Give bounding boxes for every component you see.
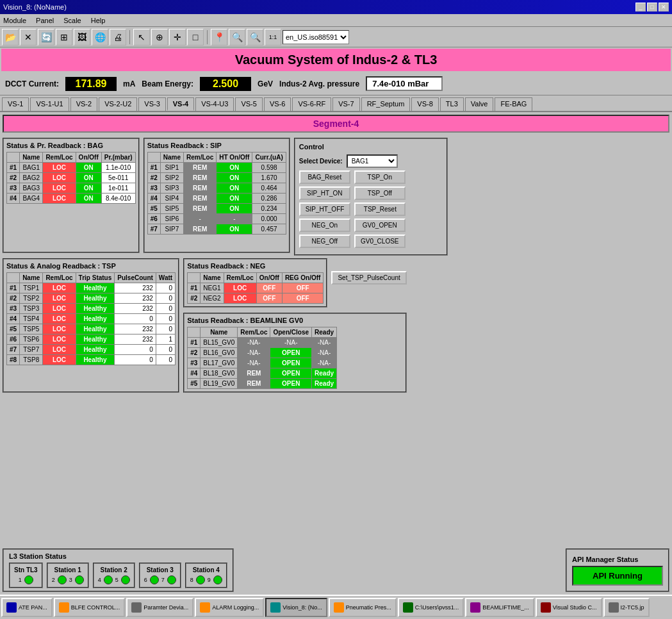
sip-ht-off-button[interactable]: SIP_HT_OFF xyxy=(299,202,351,216)
row-num: #5 xyxy=(7,324,20,334)
station-leds: 67 xyxy=(144,575,176,584)
tab-vs8[interactable]: VS-8 xyxy=(411,97,438,111)
tab-vs3[interactable]: VS-3 xyxy=(138,97,165,111)
sip-curr: 1.670 xyxy=(252,173,286,183)
bag-reset-button[interactable]: BAG_Reset xyxy=(299,170,350,184)
tab-vs5[interactable]: VS-5 xyxy=(235,97,262,111)
open-button[interactable]: 📂 xyxy=(2,29,19,45)
neg-off-button[interactable]: NEG_Off xyxy=(299,235,350,248)
close-button[interactable]: ✕ xyxy=(659,3,669,12)
taskbar-button[interactable]: ALARM Logging... xyxy=(195,598,264,617)
gv0-openclose: OPEN xyxy=(270,358,312,368)
taskbar-button[interactable]: BLFE CONTROL... xyxy=(54,598,126,617)
menu-scale[interactable]: Scale xyxy=(63,17,81,24)
tab-vs1u1[interactable]: VS-1-U1 xyxy=(30,97,69,111)
bag-pressure: 1.1e-010 xyxy=(101,163,135,173)
toolbar-separator-2 xyxy=(207,30,208,44)
taskbar-button[interactable]: Vision_8: (No... xyxy=(265,598,327,617)
taskbar-icon xyxy=(334,602,344,613)
tsp-trip: Healthy xyxy=(76,283,115,293)
taskbar-button[interactable]: Paramter Devia... xyxy=(126,598,193,617)
taskbar-button[interactable]: BEAMLIFTIME_... xyxy=(465,598,534,617)
tab-rf-septum[interactable]: RF_Septum xyxy=(361,97,411,111)
table-row: #6 TSP6 LOC Healthy 232 1 xyxy=(7,334,176,345)
zoom-reset-button[interactable]: 1:1 xyxy=(265,29,281,45)
menu-module[interactable]: Module xyxy=(3,17,26,24)
sip-col-remloc: Rem/Loc xyxy=(184,153,217,163)
tab-vs6rf[interactable]: VS-6-RF xyxy=(292,97,331,111)
top-row: Status & Pr. Readback : BAG Name Rem/Loc… xyxy=(3,138,669,256)
table-row: #1 BL15_GV0 -NA- -NA- -NA- xyxy=(188,338,337,348)
locale-select[interactable]: en_US.iso88591 xyxy=(283,30,349,44)
bag-pressure: 1e-011 xyxy=(101,183,135,194)
bag-remloc: LOC xyxy=(43,173,76,183)
tsp-col-name: Name xyxy=(20,273,43,283)
tsp-pulse: 232 xyxy=(115,304,156,314)
tab-vs4[interactable]: VS-4 xyxy=(167,97,194,111)
print-button[interactable]: 🖨 xyxy=(110,29,126,45)
gv0-openclose: OPEN xyxy=(270,379,312,389)
tsp-watt: 0 xyxy=(156,293,175,304)
close-btn[interactable]: ✕ xyxy=(20,29,37,45)
gv0-open-button[interactable]: GV0_OPEN xyxy=(354,219,406,232)
tsp-on-button[interactable]: TSP_On xyxy=(354,170,406,184)
taskbar-button[interactable]: ATE PAN... xyxy=(1,598,53,617)
image-button[interactable]: 🖼 xyxy=(74,29,90,45)
set-tsp-pulsecount-button[interactable]: Set_TSP_PulseCount xyxy=(331,271,406,285)
neg-reg: OFF xyxy=(282,293,324,304)
maximize-button[interactable]: □ xyxy=(647,3,657,12)
refresh-button[interactable]: 🔄 xyxy=(38,29,54,45)
copy-button[interactable]: ⊕ xyxy=(151,29,168,45)
neg-table: Name Rem/Loc On/Off REG On/Off #1 NEG1 L… xyxy=(187,272,324,304)
device-select[interactable]: BAG1 BAG2 BAG3 BAG4 xyxy=(347,154,398,168)
tsp-reset-button[interactable]: TSP_Reset xyxy=(354,202,406,216)
bag-col-onoff: On/Off xyxy=(76,153,101,163)
neg-col-empty xyxy=(188,273,201,283)
zoom-out-button[interactable]: 🔍 xyxy=(247,29,263,45)
tab-vs6[interactable]: VS-6 xyxy=(264,97,291,111)
tsp-remloc: LOC xyxy=(43,293,76,304)
row-num: #2 xyxy=(188,293,201,304)
table-row: #3 BL17_GV0 -NA- OPEN -NA- xyxy=(188,358,337,368)
menu-help[interactable]: Help xyxy=(91,17,106,24)
grid-button[interactable]: ⊞ xyxy=(56,29,72,45)
zoom-in-button[interactable]: 🔍 xyxy=(229,29,245,45)
tab-tl3[interactable]: TL3 xyxy=(440,97,464,111)
sip-name: SIP2 xyxy=(160,173,183,183)
taskbar-button[interactable]: Visual Studio C... xyxy=(536,598,602,617)
taskbar-button[interactable]: I2-TC5.jp xyxy=(603,598,650,617)
bag-onoff: ON xyxy=(76,194,101,204)
sip-htonoff: ON xyxy=(217,163,252,173)
tab-vs7[interactable]: VS-7 xyxy=(332,97,359,111)
led-indicator xyxy=(104,575,113,584)
taskbar-label: ALARM Logging... xyxy=(212,604,259,611)
rect-button[interactable]: □ xyxy=(187,29,204,45)
tab-valve[interactable]: Valve xyxy=(465,97,494,111)
neg-on-button[interactable]: NEG_On xyxy=(299,219,350,232)
api-status-box: API Manager Status API Running xyxy=(566,549,669,592)
gv0-close-button[interactable]: GV0_CLOSE xyxy=(354,235,406,248)
taskbar-button[interactable]: C:\Users\pvss1... xyxy=(398,598,464,617)
tsp-off-button[interactable]: TSP_Off xyxy=(354,186,406,200)
menu-panel[interactable]: Panel xyxy=(36,17,54,24)
taskbar-label: Vision_8: (No... xyxy=(283,604,322,611)
minimize-button[interactable]: _ xyxy=(635,3,646,12)
taskbar-label: C:\Users\pvss1... xyxy=(415,604,459,611)
sip-ht-on-button[interactable]: SIP_HT_ON xyxy=(299,186,350,200)
cursor-button[interactable]: ↖ xyxy=(133,29,150,45)
find-button[interactable]: 📍 xyxy=(211,29,227,45)
led-indicator xyxy=(196,575,205,584)
move-button[interactable]: ✛ xyxy=(169,29,186,45)
sip-remloc: - xyxy=(184,214,217,224)
tsp-col-watt: Watt xyxy=(156,273,175,283)
tab-febag[interactable]: FE-BAG xyxy=(495,97,532,111)
network-button[interactable]: 🌐 xyxy=(92,29,108,45)
tab-vs4u3[interactable]: VS-4-U3 xyxy=(195,97,234,111)
tab-vs2[interactable]: VS-2 xyxy=(70,97,97,111)
tab-vs2u2[interactable]: VS-2-U2 xyxy=(99,97,137,111)
tab-vs1[interactable]: VS-1 xyxy=(2,97,29,111)
station-leds: 45 xyxy=(98,575,130,584)
control-row-2: SIP_HT_ON TSP_Off xyxy=(299,186,443,200)
taskbar-button[interactable]: Pneumatic Pres... xyxy=(329,598,397,617)
sip-curr: 0.457 xyxy=(252,224,286,235)
